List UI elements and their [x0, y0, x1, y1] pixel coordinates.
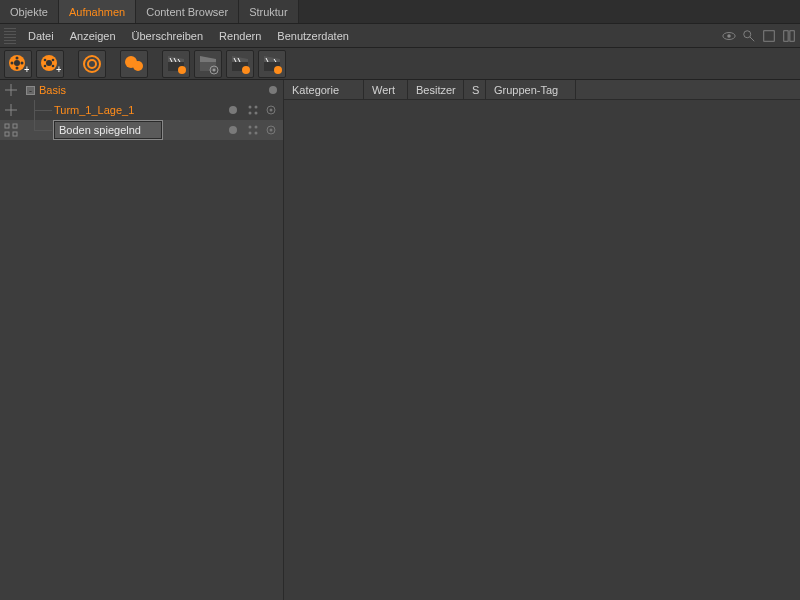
svg-rect-58: [13, 132, 17, 136]
svg-point-39: [242, 66, 250, 74]
col-wert[interactable]: Wert: [364, 80, 408, 99]
dots-icon[interactable]: [247, 124, 259, 136]
focus-icon: [4, 123, 18, 137]
clap2-icon[interactable]: [226, 50, 254, 78]
svg-point-18: [44, 64, 47, 67]
concentric-icon[interactable]: [78, 50, 106, 78]
blob-icon[interactable]: [120, 50, 148, 78]
expander-icon[interactable]: -: [26, 86, 35, 95]
svg-point-22: [88, 60, 96, 68]
svg-point-51: [249, 112, 252, 115]
svg-line-3: [750, 36, 754, 40]
svg-rect-55: [5, 124, 9, 128]
svg-point-16: [44, 58, 47, 61]
svg-point-62: [255, 132, 258, 135]
svg-point-21: [84, 56, 100, 72]
reel-add-icon[interactable]: +: [4, 50, 32, 78]
detail-pane: Kategorie Wert Besitzer S Gruppen-Tag: [284, 80, 800, 600]
panels-icon[interactable]: [782, 29, 796, 43]
panel-tabbar: Objekte Aufnahmen Content Browser Strukt…: [0, 0, 800, 24]
svg-text:+: +: [56, 64, 61, 75]
svg-rect-4: [764, 30, 775, 41]
clap3-icon[interactable]: [258, 50, 286, 78]
tree-pane: - Basis Turm_1_Lage_1: [0, 80, 284, 600]
col-s[interactable]: S: [464, 80, 486, 99]
svg-point-17: [52, 58, 55, 61]
crosshair-icon: [4, 83, 18, 97]
svg-rect-57: [5, 132, 9, 136]
svg-point-30: [178, 66, 186, 74]
rename-input[interactable]: [54, 121, 162, 139]
svg-point-44: [274, 66, 282, 74]
tree-row[interactable]: Turm_1_Lage_1: [0, 100, 283, 120]
clap-gear-icon[interactable]: [194, 50, 222, 78]
svg-point-2: [744, 30, 751, 37]
svg-point-19: [52, 64, 55, 67]
tree-row-editing[interactable]: [0, 120, 283, 140]
svg-rect-6: [790, 30, 794, 41]
svg-point-24: [133, 61, 143, 71]
gear-icon[interactable]: [265, 124, 277, 136]
col-besitzer[interactable]: Besitzer: [408, 80, 464, 99]
status-dot-icon[interactable]: [229, 126, 237, 134]
menu-datei[interactable]: Datei: [20, 27, 62, 45]
col-gruppen-tag[interactable]: Gruppen-Tag: [486, 80, 576, 99]
svg-point-50: [255, 106, 258, 109]
svg-rect-5: [784, 30, 788, 41]
menu-ueberschreiben[interactable]: Überschreiben: [124, 27, 212, 45]
status-dot-icon[interactable]: [269, 86, 277, 94]
svg-point-9: [11, 61, 14, 64]
search-icon[interactable]: [742, 29, 756, 43]
tree-label: Turm_1_Lage_1: [54, 104, 134, 116]
menubar: Datei Anzeigen Überschreiben Rendern Ben…: [0, 24, 800, 48]
dots-icon[interactable]: [247, 104, 259, 116]
menu-rendern[interactable]: Rendern: [211, 27, 269, 45]
svg-point-34: [213, 68, 216, 71]
column-header: Kategorie Wert Besitzer S Gruppen-Tag: [284, 80, 800, 100]
reel-add2-icon[interactable]: +: [36, 50, 64, 78]
tab-struktur[interactable]: Struktur: [239, 0, 299, 23]
svg-point-59: [249, 126, 252, 129]
svg-point-8: [14, 60, 20, 66]
tree-label: Basis: [39, 84, 66, 96]
svg-marker-32: [200, 56, 216, 62]
eye-icon[interactable]: [722, 29, 736, 43]
window-icon[interactable]: [762, 29, 776, 43]
col-kategorie[interactable]: Kategorie: [284, 80, 364, 99]
menu-benutzerdaten[interactable]: Benutzerdaten: [269, 27, 357, 45]
gear-icon[interactable]: [265, 104, 277, 116]
svg-point-61: [249, 132, 252, 135]
clap1-icon[interactable]: [162, 50, 190, 78]
menu-anzeigen[interactable]: Anzeigen: [62, 27, 124, 45]
svg-rect-56: [13, 124, 17, 128]
status-dot-icon[interactable]: [229, 106, 237, 114]
svg-point-64: [270, 129, 273, 132]
svg-point-15: [46, 60, 52, 66]
svg-point-60: [255, 126, 258, 129]
svg-point-1: [727, 34, 731, 38]
tab-content-browser[interactable]: Content Browser: [136, 0, 239, 23]
tab-objekte[interactable]: Objekte: [0, 0, 59, 23]
svg-point-52: [255, 112, 258, 115]
svg-text:+: +: [24, 64, 29, 75]
tree-row-root[interactable]: - Basis: [0, 80, 283, 100]
main-split: - Basis Turm_1_Lage_1: [0, 80, 800, 600]
toolbar: + +: [0, 48, 800, 80]
tab-aufnahmen[interactable]: Aufnahmen: [59, 0, 136, 23]
grip-icon: [4, 28, 16, 44]
svg-point-54: [270, 109, 273, 112]
crosshair-icon: [4, 103, 18, 117]
svg-point-11: [16, 56, 19, 59]
svg-point-49: [249, 106, 252, 109]
svg-point-12: [16, 66, 19, 69]
